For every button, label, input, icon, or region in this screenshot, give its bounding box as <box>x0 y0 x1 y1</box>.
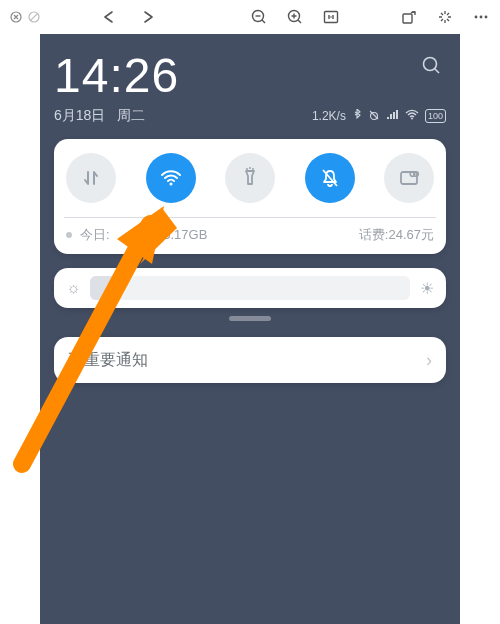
screenshot-canvas: 14:26 6月18日 周二 1.2K/s <box>40 34 460 624</box>
wifi-status-icon <box>405 109 419 123</box>
today-label: 今日: <box>80 226 110 244</box>
net-speed: 1.2K/s <box>312 109 346 123</box>
remain-label: 剩余:5.17GB <box>134 226 208 244</box>
battery-icon: 100 <box>425 109 446 123</box>
svg-point-8 <box>480 16 483 19</box>
image-viewer: 14:26 6月18日 周二 1.2K/s <box>0 34 500 624</box>
effects-icon[interactable] <box>436 8 454 26</box>
date-row: 6月18日 周二 1.2K/s <box>54 107 446 125</box>
toggle-flashlight[interactable] <box>225 153 275 203</box>
data-usage-row[interactable]: 今日: 剩余:5.17GB 话费:24.67元 <box>66 226 434 244</box>
unimportant-notifications[interactable]: 不重要通知 › <box>54 337 446 383</box>
svg-point-12 <box>424 58 437 71</box>
back-icon[interactable] <box>100 10 120 24</box>
brightness-slider[interactable]: ☼ ☀ <box>54 268 446 308</box>
weekday-text: 周二 <box>117 107 145 123</box>
svg-point-13 <box>169 183 172 186</box>
close-icon[interactable] <box>10 11 22 23</box>
battery-level: 100 <box>428 112 443 121</box>
svg-point-7 <box>475 16 478 19</box>
quick-settings-card: 今日: 剩余:5.17GB 话费:24.67元 <box>54 139 446 254</box>
fit-1to1-icon[interactable] <box>322 8 340 26</box>
slider-fill <box>90 276 122 300</box>
toggle-mobile-data[interactable] <box>66 153 116 203</box>
more-icon[interactable] <box>472 8 490 26</box>
status-bar: 1.2K/s 100 <box>312 109 446 124</box>
signal-icon <box>386 109 399 123</box>
slider-track <box>90 276 410 300</box>
divider <box>64 217 436 218</box>
dot-icon <box>66 232 72 238</box>
image-viewer-toolbar <box>0 0 500 34</box>
unimportant-label: 不重要通知 <box>68 350 148 371</box>
toggle-wifi[interactable] <box>146 153 196 203</box>
toggle-dnd[interactable] <box>305 153 355 203</box>
brightness-low-icon: ☼ <box>66 279 81 297</box>
search-icon[interactable] <box>420 54 442 80</box>
cancel-icon[interactable] <box>28 11 40 23</box>
svg-point-10 <box>370 112 377 119</box>
svg-point-9 <box>485 16 488 19</box>
clock: 14:26 <box>54 48 446 103</box>
rotate-icon[interactable] <box>400 8 418 26</box>
svg-rect-6 <box>403 14 412 23</box>
panel-drag-handle[interactable] <box>54 316 446 321</box>
alarm-off-icon <box>368 109 380 124</box>
svg-point-11 <box>411 118 413 120</box>
phone-screenshot: 14:26 6月18日 周二 1.2K/s <box>40 34 460 624</box>
forward-icon[interactable] <box>138 10 158 24</box>
zoom-out-icon[interactable] <box>250 8 268 26</box>
svg-point-5 <box>330 16 332 18</box>
toggle-screenshot[interactable] <box>384 153 434 203</box>
svg-point-16 <box>414 172 419 177</box>
date-text: 6月18日 <box>54 107 105 123</box>
bluetooth-icon <box>352 109 362 124</box>
chevron-right-icon: › <box>426 350 432 371</box>
bill-label: 话费:24.67元 <box>359 226 434 244</box>
brightness-high-icon: ☀ <box>420 279 434 298</box>
zoom-in-icon[interactable] <box>286 8 304 26</box>
